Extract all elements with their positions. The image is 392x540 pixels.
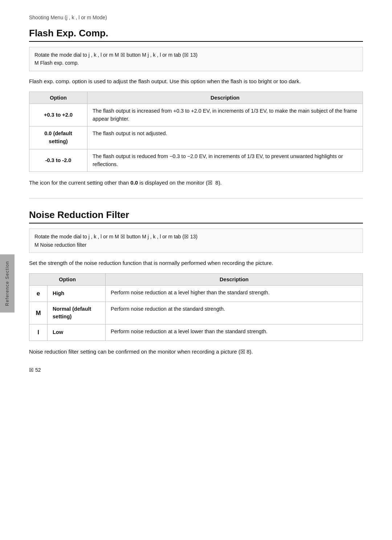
breadcrumb: Shooting Menu (j , k , l or m Mode)	[29, 15, 363, 20]
flash-exp-section: Flash Exp. Comp. Rotate the mode dial to…	[29, 28, 363, 187]
noise-instruction-line1: Rotate the mode dial to j , k , l or m M…	[34, 233, 358, 241]
noise-reduction-title: Noise Reduction Filter	[29, 209, 363, 223]
page-number: ☒ 52	[29, 367, 363, 373]
noise-reduction-description: Set the strength of the noise reduction …	[29, 259, 363, 267]
flash-exp-instruction: Rotate the mode dial to j , k , l or m M…	[29, 47, 363, 71]
flash-exp-instruction-line1: Rotate the mode dial to j , k , l or m M…	[34, 51, 358, 59]
table-row: -0.3 to -2.0 The flash output is reduced…	[29, 149, 363, 172]
nr-table-col1-header: Option	[29, 274, 106, 286]
flash-exp-title: Flash Exp. Comp.	[29, 28, 363, 42]
noise-reduction-section: Noise Reduction Filter Rotate the mode d…	[29, 209, 363, 356]
nr-table-col2-header: Description	[106, 274, 363, 286]
flash-table-col2-header: Description	[87, 92, 363, 104]
table-cell-icon: M	[29, 302, 48, 325]
table-cell-description: Perform noise reduction at a level lower…	[106, 325, 363, 341]
table-row: +0.3 to +2.0 The flash output is increas…	[29, 104, 363, 126]
sidebar-reference-label: Reference Section	[0, 254, 15, 313]
table-cell-option: -0.3 to -2.0	[29, 149, 87, 172]
flash-exp-description: Flash exp. comp. option is used to adjus…	[29, 77, 363, 86]
table-cell-description: The flash output is not adjusted.	[87, 126, 363, 149]
flash-exp-instruction-line2: M Flash exp. comp.	[34, 59, 358, 67]
table-row: e High Perform noise reduction at a leve…	[29, 286, 363, 302]
table-cell-icon: l	[29, 325, 48, 341]
noise-reduction-instruction: Rotate the mode dial to j , k , l or m M…	[29, 229, 363, 253]
flash-table-col1-header: Option	[29, 92, 87, 104]
table-row: M Normal (default setting) Perform noise…	[29, 302, 363, 325]
noise-reduction-table: Option Description e High Perform noise …	[29, 273, 363, 341]
noise-instruction-line2: M Noise reduction filter	[34, 241, 358, 249]
table-cell-option: +0.3 to +2.0	[29, 104, 87, 126]
table-cell-option: 0.0 (default setting)	[29, 126, 87, 149]
flash-exp-table: Option Description +0.3 to +2.0 The flas…	[29, 92, 363, 172]
table-cell-description: Perform noise reduction at a level highe…	[106, 286, 363, 302]
table-cell-description: The flash output is reduced from −0.3 to…	[87, 149, 363, 172]
table-cell-description: Perform noise reduction at the standard …	[106, 302, 363, 325]
table-row: l Low Perform noise reduction at a level…	[29, 325, 363, 341]
flash-exp-note: The icon for the current setting other t…	[29, 178, 363, 187]
table-cell-icon: e	[29, 286, 48, 302]
section-divider	[29, 198, 363, 198]
table-cell-option: High	[48, 286, 106, 302]
noise-reduction-note: Noise reduction filter setting can be co…	[29, 347, 363, 356]
table-cell-option: Normal (default setting)	[48, 302, 106, 325]
table-cell-option: Low	[48, 325, 106, 341]
table-row: 0.0 (default setting) The flash output i…	[29, 126, 363, 149]
table-cell-description: The flash output is increased from +0.3 …	[87, 104, 363, 126]
